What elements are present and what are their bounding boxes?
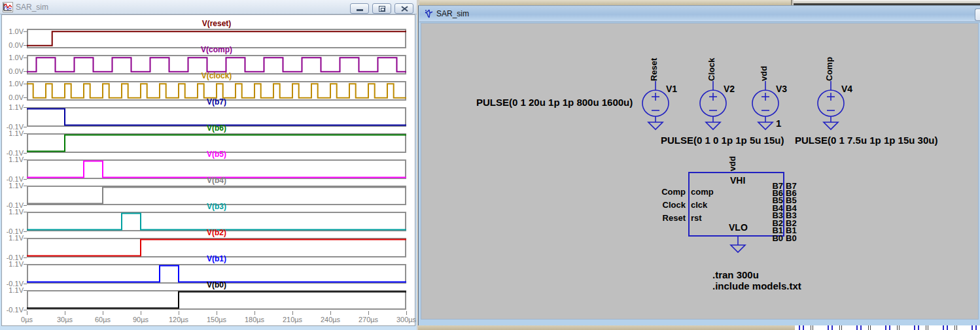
background-window-edge-gray [794, 0, 980, 5]
designator-v4: V4 [841, 85, 852, 93]
y-axis-label: -0.1V [2, 306, 24, 314]
block-net-comp: Comp [633, 188, 686, 196]
source-value-v4: PULSE(0 1 7.5u 1p 1p 15u 30u) [795, 135, 937, 146]
minimize-button[interactable] [350, 3, 369, 14]
x-axis-tick [254, 311, 255, 315]
waveform-doc-icon [3, 2, 13, 12]
block-pin-vhi: VHI [730, 176, 745, 185]
schematic-window: SAR_sim ResetV1PULSE(0 1 20u 1p 1p 800u … [418, 5, 980, 325]
close-button[interactable] [394, 3, 413, 14]
source-value-v3: 1 [776, 118, 781, 129]
designator-v2: V2 [724, 85, 735, 93]
block-pin-b0: B0 [757, 234, 783, 242]
y-axis-label: 1.1V [2, 287, 24, 294]
trace-label: V(b6) [27, 124, 406, 133]
x-axis-tick [330, 311, 331, 315]
y-axis-label: 0.0V [2, 94, 24, 101]
trace-label: V(b7) [27, 98, 406, 107]
block-pin-comp: comp [691, 188, 714, 196]
x-axis-label: 150µs [197, 316, 236, 323]
y-axis-tick [24, 186, 27, 186]
y-axis-tick [24, 159, 27, 160]
trace-label: V(clock) [27, 72, 406, 80]
y-axis-tick [24, 238, 27, 239]
x-axis-label: 90µs [121, 316, 160, 323]
waveform-panel[interactable] [27, 290, 406, 310]
schematic-window-titlebar[interactable]: SAR_sim [419, 6, 980, 22]
y-axis-tick [24, 133, 27, 134]
block-net-clock: Clock [633, 201, 686, 209]
schematic-window-title: SAR_sim [436, 9, 469, 18]
x-axis-label: 0µs [7, 316, 46, 323]
y-axis-tick [24, 212, 27, 212]
spice-directive: .tran 300u [712, 269, 759, 280]
schematic-doc-icon [424, 8, 434, 19]
source-value-v2: PULSE(0 1 0 1p 1p 5u 15u) [661, 135, 784, 146]
net-label-comp: Comp [824, 41, 835, 81]
background-window-edge-beige [419, 0, 792, 5]
x-axis-label: 120µs [159, 316, 198, 323]
trace-label: V(b2) [27, 229, 406, 237]
restore-icon [379, 6, 385, 12]
block-pin-vlo: VLO [729, 223, 748, 232]
x-axis-label: 240µs [311, 316, 350, 323]
x-axis-tick [103, 311, 103, 315]
source-value-v1: PULSE(0 1 20u 1p 1p 800u 1600u) [476, 97, 633, 108]
x-axis-tick [179, 311, 179, 315]
y-axis-label: 1.0V [2, 80, 24, 88]
trace-label: V(comp) [27, 46, 406, 54]
y-axis-label: 0.0V [2, 68, 24, 75]
trace-label: V(b1) [27, 255, 406, 263]
minimize-icon [357, 9, 363, 11]
x-axis-label: 180µs [235, 316, 274, 323]
y-axis-tick [24, 264, 27, 265]
trace-path [27, 84, 406, 97]
x-axis-tick [368, 311, 369, 315]
restore-button[interactable] [372, 3, 391, 14]
net-label-clock: Clock [707, 41, 717, 81]
schematic-canvas[interactable]: ResetV1PULSE(0 1 20u 1p 1p 800u 1600u)Cl… [421, 23, 979, 320]
y-axis-label: 1.1V [2, 261, 24, 268]
y-axis-tick [24, 58, 27, 58]
trace-label: V(b0) [27, 281, 406, 289]
y-axis-label: 1.1V [2, 156, 24, 163]
block-top-net-label: vdd [727, 149, 738, 171]
waveform-window-titlebar[interactable]: SAR_sim [0, 0, 417, 14]
block-net-reset: Reset [633, 214, 686, 222]
y-axis-label: 1.1V [2, 104, 24, 111]
background-toolbar-strip [795, 325, 980, 330]
designator-v1: V1 [666, 85, 677, 93]
waveform-window: SAR_sim V(reset)1.0V0.0VV(comp)1.0V0.0VV… [0, 0, 417, 330]
block-net-b0: B0 [786, 234, 797, 242]
y-axis-label: 1.0V [2, 54, 24, 61]
waveform-plot-area[interactable]: V(reset)1.0V0.0VV(comp)1.0V0.0VV(clock)1… [1, 14, 415, 326]
trace-label: V(b5) [27, 150, 406, 159]
trace-label: V(b3) [27, 203, 406, 211]
y-axis-tick [24, 107, 27, 108]
y-axis-label: 1.1V [2, 130, 24, 137]
designator-v3: V3 [776, 85, 787, 93]
x-axis-label: 270µs [349, 316, 388, 323]
y-axis-label: 1.1V [2, 182, 24, 190]
y-axis-tick [24, 31, 27, 32]
trace-plot [27, 290, 406, 310]
x-axis-tick [27, 311, 27, 315]
net-label-reset: Reset [649, 41, 659, 81]
x-axis-tick [65, 311, 65, 315]
x-axis-tick [217, 311, 217, 315]
ground-symbol [730, 237, 746, 256]
window-button-partial[interactable] [975, 8, 980, 21]
block-pin-clck: clck [691, 201, 707, 209]
block-pin-rst: rst [691, 214, 702, 222]
x-axis-tick [292, 311, 293, 315]
x-axis-label: 210µs [273, 316, 312, 323]
trace-label: V(reset) [27, 20, 406, 28]
background-window-edge-beige-bottom [418, 325, 795, 330]
y-axis-tick [24, 84, 27, 84]
y-axis-tick [24, 290, 27, 291]
y-axis-label: 0.0V [2, 42, 24, 49]
x-axis-tick [141, 311, 141, 315]
x-axis-tick [406, 311, 407, 315]
y-axis-label: 1.1V [2, 208, 24, 216]
close-icon [401, 6, 408, 12]
